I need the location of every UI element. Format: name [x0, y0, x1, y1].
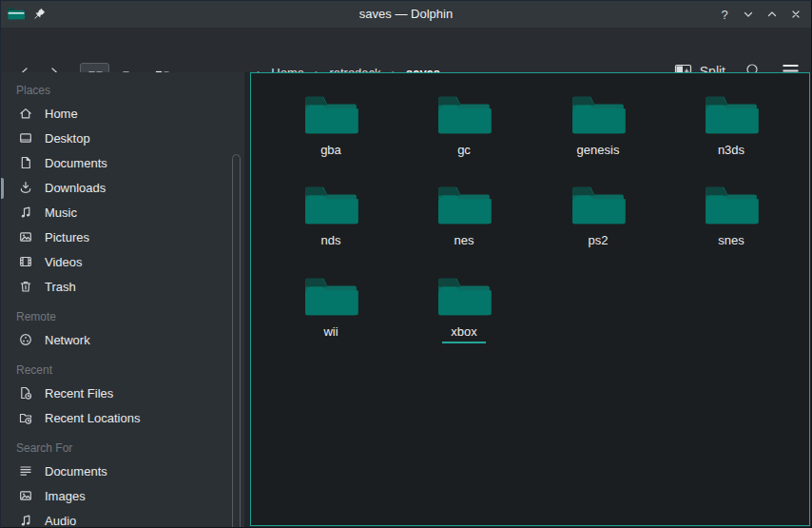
section-header-recent: Recent	[1, 360, 244, 381]
recent-files-icon	[18, 385, 33, 401]
folder-label: nes	[454, 233, 474, 247]
sidebar-item-pictures[interactable]: Pictures	[1, 225, 244, 249]
document-lines-icon	[18, 463, 33, 479]
recent-locations-icon	[18, 410, 33, 425]
folder-icon	[570, 182, 626, 227]
folder-icon	[436, 182, 492, 227]
folder-icon	[303, 273, 358, 319]
places-panel: Places Home Desktop Documents Downloads …	[1, 72, 244, 527]
folder-nds[interactable]: nds	[264, 175, 397, 263]
section-header-places: Places	[1, 80, 244, 101]
folder-gc[interactable]: gc	[397, 85, 531, 172]
sidebar-item-search-audio[interactable]: Audio	[1, 508, 244, 527]
section-header-search-for: Search For	[1, 438, 244, 459]
folder-genesis[interactable]: genesis	[532, 85, 665, 172]
maximize-icon[interactable]	[764, 7, 780, 22]
panel-edge-handle[interactable]	[1, 178, 4, 199]
folder-icon	[303, 91, 358, 137]
folder-label: genesis	[577, 143, 620, 157]
music-note-icon	[18, 513, 33, 527]
folder-nes[interactable]: nes	[397, 175, 531, 263]
home-icon	[18, 106, 33, 121]
sidebar-item-network[interactable]: Network	[1, 327, 244, 352]
folder-label: wii	[323, 324, 338, 339]
sidebar-item-recent-locations[interactable]: Recent Locations	[1, 405, 244, 430]
help-icon[interactable]: ?	[717, 7, 732, 22]
folder-label: nds	[321, 233, 341, 247]
sidebar-item-home[interactable]: Home	[1, 101, 244, 126]
sidebar-item-trash[interactable]: Trash	[1, 274, 244, 299]
music-note-icon	[18, 205, 33, 220]
folder-label: n3ds	[718, 143, 744, 157]
sidebar-item-recent-files[interactable]: Recent Files	[1, 381, 244, 405]
folder-label: ps2	[589, 233, 609, 247]
sidebar-item-music[interactable]: Music	[1, 200, 244, 225]
film-icon	[18, 254, 33, 269]
sidebar-item-search-documents[interactable]: Documents	[1, 459, 244, 483]
folder-icon	[436, 91, 492, 137]
section-header-remote: Remote	[1, 306, 244, 327]
folder-label: snes	[718, 233, 744, 247]
folder-wii[interactable]: wii	[264, 266, 397, 354]
sidebar-scrollbar[interactable]	[232, 154, 241, 527]
folder-label: gba	[320, 143, 341, 157]
desktop-icon	[18, 130, 33, 146]
sidebar-item-videos[interactable]: Videos	[1, 249, 244, 274]
folder-icon	[704, 182, 759, 227]
sidebar-item-downloads[interactable]: Downloads	[1, 175, 244, 200]
sidebar-item-search-images[interactable]: Images	[1, 483, 244, 508]
minimize-icon[interactable]	[741, 7, 756, 22]
folder-icon	[436, 273, 492, 319]
folder-icon	[570, 91, 626, 137]
trash-icon	[18, 279, 33, 294]
folder-icon	[303, 182, 358, 227]
folder-icon	[704, 91, 759, 137]
image-icon	[18, 488, 33, 503]
sidebar-item-desktop[interactable]: Desktop	[1, 126, 244, 150]
folder-n3ds[interactable]: n3ds	[665, 85, 798, 172]
dolphin-window: { "window": { "title": "saves — Dolphin"…	[0, 0, 812, 528]
toolbar: › Home › retrodeck › saves Split	[1, 28, 811, 72]
folder-view[interactable]: gba gc genesis n3ds nds nes ps2 snes wii…	[250, 72, 810, 526]
folder-ps2[interactable]: ps2	[532, 175, 665, 263]
folder-label: gc	[457, 143, 471, 157]
window-title: saves — Dolphin	[1, 1, 811, 28]
download-icon	[18, 180, 33, 195]
folder-xbox[interactable]: xbox	[397, 266, 531, 354]
image-icon	[18, 229, 33, 244]
folder-gba[interactable]: gba	[264, 85, 397, 172]
hover-underline	[442, 342, 486, 343]
sidebar-item-documents[interactable]: Documents	[1, 150, 244, 175]
folder-snes[interactable]: snes	[665, 175, 798, 263]
network-icon	[18, 332, 33, 347]
close-icon[interactable]	[788, 7, 803, 22]
document-icon	[18, 155, 33, 170]
folder-label: xbox	[451, 324, 476, 339]
titlebar[interactable]: saves — Dolphin ?	[1, 1, 811, 28]
